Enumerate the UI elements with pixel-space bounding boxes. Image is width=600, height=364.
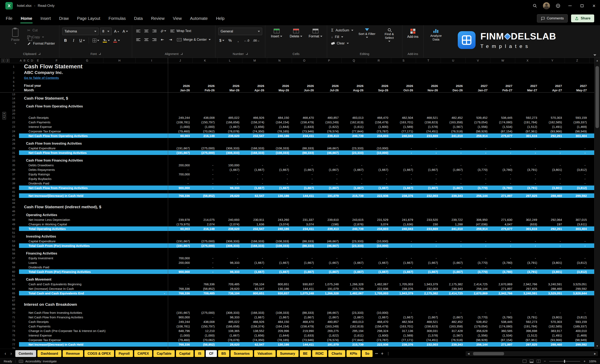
cell[interactable]: 396,698 [515, 328, 540, 333]
row-number-50[interactable]: 50 [8, 227, 19, 230]
cell[interactable]: (1,667) [317, 185, 342, 190]
sort-filter-button[interactable]: Sort & Filter [357, 28, 377, 46]
cell[interactable]: - [391, 176, 416, 181]
row-number-38[interactable]: 38 [8, 177, 19, 180]
cell[interactable]: (23,333) [342, 146, 366, 150]
row-number-5[interactable]: 5 [8, 80, 19, 83]
cell[interactable]: (46,667) [317, 150, 342, 155]
cell[interactable]: 233,669 [416, 227, 441, 231]
cell[interactable]: - [292, 256, 317, 260]
cell[interactable]: (3,780) [490, 315, 515, 319]
cell[interactable]: - [515, 256, 540, 260]
cell[interactable]: (1,667) [267, 167, 292, 172]
cell[interactable]: (174,080) [490, 120, 515, 124]
cell[interactable]: 98,333 [217, 315, 242, 319]
cell[interactable]: (88,333) [292, 243, 317, 248]
menu-review[interactable]: Review [151, 12, 165, 25]
cell[interactable]: (3,770) [466, 269, 490, 274]
cell[interactable]: 249,244 [168, 319, 193, 324]
menu-draw[interactable]: Draw [59, 12, 69, 25]
cell[interactable]: 538,445 [490, 319, 515, 324]
vertical-scrollbar[interactable]: ▲ ▼ [594, 58, 600, 349]
cell[interactable]: (76,574) [317, 129, 342, 133]
cell-label[interactable]: Go to Table of Contents [19, 75, 168, 80]
cell[interactable]: 216,148 [193, 227, 217, 231]
cell[interactable]: - [342, 256, 366, 260]
cell[interactable]: (87,154) [490, 129, 515, 133]
cell[interactable]: (1,491) [540, 333, 565, 337]
cell[interactable]: - [441, 172, 466, 176]
cell[interactable]: - [416, 163, 441, 167]
cell[interactable]: 466,926 [242, 115, 267, 120]
cell[interactable]: (168,333) [242, 243, 267, 248]
cell[interactable]: (1,000) [168, 124, 193, 129]
cell[interactable]: 222,936 [366, 342, 391, 347]
cell-label[interactable] [19, 101, 168, 104]
cell[interactable]: - [292, 172, 317, 176]
cell[interactable]: 232,547 [242, 133, 267, 138]
cell[interactable]: 240,186 [267, 133, 292, 138]
cell[interactable]: (78,165) [267, 129, 292, 133]
sheet-tab-so[interactable]: So [362, 350, 373, 357]
cell[interactable]: 239,413 [317, 133, 342, 138]
format-cells-button[interactable]: Format [307, 28, 324, 38]
cell[interactable]: 360,585 [490, 328, 515, 333]
row-number-24[interactable]: 24 [8, 130, 19, 133]
cell[interactable]: - [515, 146, 540, 150]
cell[interactable]: (1,667) [441, 185, 466, 190]
cell[interactable]: 240,043 [391, 133, 416, 138]
cell[interactable]: - [441, 256, 466, 260]
cell[interactable]: (191,667) [168, 239, 193, 243]
cell[interactable]: 2026 [292, 83, 317, 88]
cell[interactable]: (46,667) [317, 146, 342, 150]
cell[interactable]: 108,365 [217, 328, 242, 333]
cell[interactable]: (1,667) [416, 185, 441, 190]
cell[interactable]: Feb-26 [193, 88, 217, 92]
column-header-X[interactable]: X [515, 58, 540, 63]
cell[interactable]: 2027 [515, 83, 540, 88]
row-number-37[interactable]: 37 [8, 173, 19, 176]
dialog-launcher-icon[interactable] [38, 53, 40, 55]
cell[interactable]: (108,781) [168, 120, 193, 124]
cell[interactable]: (1,667) [391, 315, 416, 319]
cell-label[interactable]: Month [19, 88, 168, 92]
cell[interactable]: (98,949) [565, 337, 590, 342]
vertical-scroll-thumb[interactable] [595, 66, 599, 128]
cell[interactable]: 231,337 [292, 217, 317, 222]
cell[interactable]: 2026 [391, 83, 416, 88]
cell[interactable]: - [540, 239, 565, 243]
cell[interactable]: 593,159 [565, 319, 590, 324]
align-right-button[interactable] [151, 36, 158, 43]
cell[interactable]: 302,249 [515, 217, 540, 222]
cell-label[interactable] [19, 138, 168, 141]
cell[interactable]: (1,667) [317, 269, 342, 274]
cell[interactable]: - [242, 265, 267, 269]
cell-label[interactable]: Cash Flow Statement [19, 63, 168, 70]
cell[interactable]: - [217, 181, 242, 185]
cell[interactable]: - [217, 172, 242, 176]
cell[interactable]: 1,482,067 [342, 291, 366, 295]
cell[interactable]: - [515, 239, 540, 243]
cell[interactable]: Feb-27 [490, 88, 515, 92]
cell[interactable]: - [416, 172, 441, 176]
cell-label[interactable] [19, 231, 168, 234]
cell[interactable]: (3,770) [466, 185, 490, 190]
outline-level-2-button[interactable]: 2 [6, 59, 9, 62]
cell[interactable]: 1,075,248 [292, 291, 317, 295]
cell[interactable]: 468,470 [366, 319, 391, 324]
align-bottom-button[interactable] [151, 28, 158, 34]
cell[interactable]: Nov-26 [416, 88, 441, 92]
cell[interactable]: 301,616 [515, 227, 540, 231]
cell[interactable]: - [217, 256, 242, 260]
cell[interactable]: 438,008 [193, 319, 217, 324]
cell[interactable]: (275,000) [193, 239, 217, 243]
cell[interactable]: (88,333) [292, 146, 317, 150]
cell[interactable]: (168,333) [242, 239, 267, 243]
cell[interactable]: (3,791) [515, 167, 540, 172]
cell[interactable]: - [242, 163, 267, 167]
cell[interactable]: (1,667) [242, 260, 267, 265]
cell[interactable]: (3,780) [490, 269, 515, 274]
cell[interactable]: (198) [317, 222, 342, 227]
cell[interactable]: 480,857 [317, 115, 342, 120]
row-number-2[interactable]: 2 [8, 71, 19, 74]
